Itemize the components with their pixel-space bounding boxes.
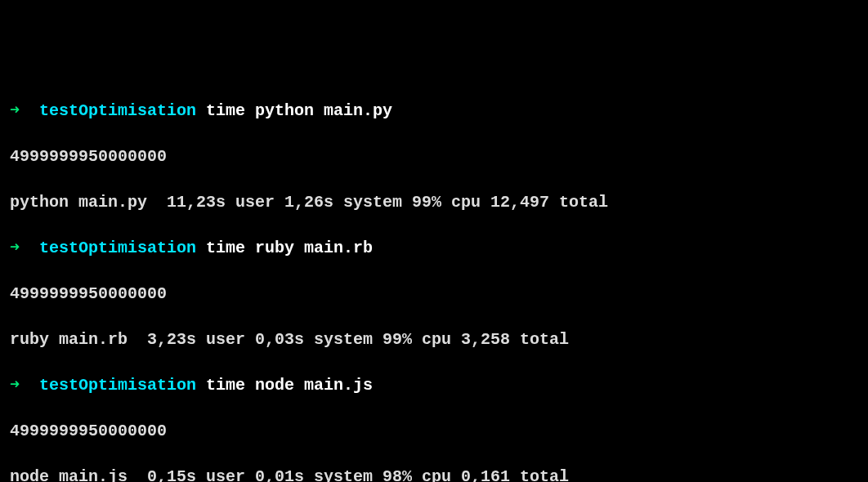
prompt-arrow-icon: ➜	[10, 239, 39, 257]
output-line: python main.py 11,23s user 1,26s system …	[10, 191, 858, 214]
terminal-line: ➜ testOptimisation time ruby main.rb	[10, 237, 858, 260]
prompt-dir: testOptimisation	[39, 101, 196, 120]
output-line: 4999999950000000	[10, 283, 858, 306]
command-text: time python main.py	[196, 101, 392, 120]
terminal-line: ➜ testOptimisation time python main.py	[10, 100, 858, 123]
output-line: node main.js 0,15s user 0,01s system 98%…	[10, 466, 858, 482]
prompt-dir: testOptimisation	[39, 239, 196, 257]
terminal-line: ➜ testOptimisation time node main.js	[10, 374, 858, 397]
output-line: ruby main.rb 3,23s user 0,03s system 99%…	[10, 328, 858, 351]
output-line: 4999999950000000	[10, 420, 858, 443]
prompt-dir: testOptimisation	[39, 376, 196, 395]
prompt-arrow-icon: ➜	[10, 101, 39, 120]
command-text: time node main.js	[196, 376, 373, 395]
command-text: time ruby main.rb	[196, 239, 373, 257]
prompt-arrow-icon: ➜	[10, 376, 39, 395]
output-line: 4999999950000000	[10, 145, 858, 168]
